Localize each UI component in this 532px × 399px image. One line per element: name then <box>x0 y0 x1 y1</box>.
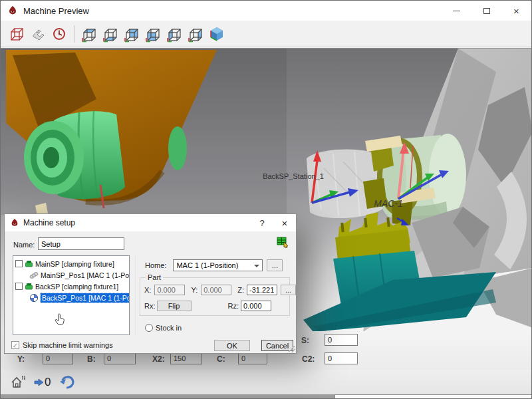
toolbar-separator <box>74 25 74 43</box>
c2-axis-field[interactable]: 0 <box>325 352 358 364</box>
undo-rotation-icon[interactable] <box>57 374 76 391</box>
c2-axis-label: C2: <box>302 354 315 364</box>
b-axis-field[interactable]: 0 <box>104 352 136 364</box>
machine-setup-dialog: Machine setup ? × Name: MainSP [clamping… <box>4 213 297 354</box>
title-bar: Machine Preview × <box>1 1 531 21</box>
dialog-help-button[interactable]: ? <box>251 214 273 231</box>
part-x-label: X: <box>144 286 151 294</box>
dialog-close-button[interactable]: × <box>273 214 296 231</box>
part-groupbox: Part X: 0.000 Y: 0.000 Z: -31.221 ... Rx… <box>140 277 290 316</box>
tree-item-mainsp[interactable]: MainSP [clamping fixture] <box>13 258 129 269</box>
home-label: Home: <box>145 261 166 269</box>
home-combobox-value: MAC 1 (1-Position) <box>176 261 238 269</box>
view-right-icon[interactable] <box>186 25 205 43</box>
mainsp-checkbox[interactable] <box>15 260 23 267</box>
skip-warnings-checkbox[interactable]: ✓ <box>11 341 19 349</box>
view-top-icon[interactable] <box>80 25 98 43</box>
app-logo-icon <box>7 5 18 16</box>
machine-table-icon[interactable] <box>276 236 289 248</box>
sphere-icon <box>29 293 39 303</box>
position-settings-panel: Home: MAC 1 (1-Position) ... Part X: 0.0… <box>135 255 292 335</box>
spindle-green-rear <box>168 126 187 170</box>
tree-item-label: MainSP [clamping fixture] <box>35 260 114 268</box>
view-back-icon[interactable] <box>122 25 141 43</box>
zero-value: 0 <box>45 376 51 389</box>
home-combobox[interactable]: MAC 1 (1-Position) <box>173 259 263 271</box>
part-y-label: Y: <box>191 286 198 294</box>
view-bottom-icon[interactable] <box>101 25 120 43</box>
b-axis-label: B: <box>87 354 96 364</box>
stock-in-label: Stock in <box>156 324 182 332</box>
tree-item-label: BackSP [clamping fixture1] <box>35 283 118 291</box>
skip-warnings-option[interactable]: ✓ Skip machine limit warnings <box>11 341 113 349</box>
machine-preview-window: Machine Preview × <box>0 0 532 399</box>
home-position-icon[interactable] <box>10 374 27 390</box>
machine-housing-icon[interactable] <box>7 25 26 43</box>
clamp-icon <box>25 259 33 268</box>
setup-tree: MainSP [clamping fixture] MainSP_Pos1 [M… <box>13 255 130 335</box>
view-left-icon[interactable] <box>165 25 184 43</box>
part-rz-field[interactable]: 0.000 <box>241 301 271 311</box>
maximize-button[interactable] <box>471 1 501 21</box>
name-label: Name: <box>13 241 35 249</box>
minimize-button[interactable] <box>442 1 471 21</box>
tree-item-backsp-pos1[interactable]: BackSP_Pos1 [MAC 1 (1-Position)] <box>13 292 129 303</box>
fixture-icon[interactable] <box>29 25 47 43</box>
part-rx-label: Rx: <box>144 302 156 310</box>
dialog-title: Machine setup <box>23 218 251 227</box>
flip-button[interactable]: Flip <box>157 301 192 311</box>
hand-cursor-icon <box>55 313 65 325</box>
dialog-title-bar: Machine setup ? × <box>5 214 296 231</box>
s-axis-field[interactable]: 0 <box>325 334 358 346</box>
x2-axis-label: X2: <box>152 354 165 364</box>
simulation-control-bar: 0 <box>1 370 532 394</box>
backsp-checkbox[interactable] <box>15 283 23 290</box>
dialog-resize-grip[interactable] <box>289 346 295 352</box>
c-axis-label: C: <box>217 354 225 364</box>
x2-axis-field[interactable]: 150 <box>170 352 202 364</box>
view-toolbar <box>1 21 531 47</box>
y-axis-label: Y: <box>17 354 25 364</box>
simulation-clock-icon[interactable] <box>50 25 68 43</box>
clamp-icon <box>25 282 33 291</box>
view-front-icon[interactable] <box>144 25 162 43</box>
tree-item-label-selected: BackSP_Pos1 [MAC 1 (1-Position)] <box>41 293 130 303</box>
c-axis-field[interactable]: 0 <box>238 352 267 364</box>
collet-icon <box>29 271 39 279</box>
mac1-label: MAC-1 <box>374 198 403 209</box>
s-axis-label: S: <box>301 336 309 345</box>
part-rz-label: Rz: <box>228 302 239 310</box>
stock-in-radio[interactable] <box>145 324 153 332</box>
chevron-down-icon <box>254 265 259 267</box>
part-z-label: Z: <box>237 286 244 294</box>
part-y-field[interactable]: 0.000 <box>201 285 231 295</box>
y-axis-field[interactable]: 0 <box>43 352 73 364</box>
skip-warnings-label: Skip machine limit warnings <box>23 341 113 349</box>
backsp-station-label: BackSP_Station_1 <box>263 172 324 180</box>
part-browse-button[interactable]: ... <box>281 285 296 295</box>
stock-in-option[interactable]: Stock in <box>145 324 182 332</box>
tree-item-backsp[interactable]: BackSP [clamping fixture1] <box>13 281 129 292</box>
part-x-field[interactable]: 0.000 <box>154 285 185 295</box>
part-z-field[interactable]: -31.221 <box>247 285 277 295</box>
blue-arrow-icon <box>34 378 44 387</box>
tree-item-mainsp-pos1[interactable]: MainSP_Pos1 [MAC 1 (1-Position)] <box>13 269 129 281</box>
close-button[interactable]: × <box>501 1 531 21</box>
window-title: Machine Preview <box>23 6 89 16</box>
home-browse-button[interactable]: ... <box>267 259 283 271</box>
go-to-zero-button[interactable]: 0 <box>34 376 51 389</box>
tree-item-label: MainSP_Pos1 [MAC 1 (1-Position)] <box>41 271 130 279</box>
dialog-logo-icon <box>10 218 19 227</box>
ok-button[interactable]: OK <box>214 340 250 351</box>
footer-strip <box>1 394 532 399</box>
view-isometric-icon[interactable] <box>207 25 226 43</box>
setup-name-input[interactable] <box>38 237 124 250</box>
part-group-label: Part <box>146 273 163 281</box>
